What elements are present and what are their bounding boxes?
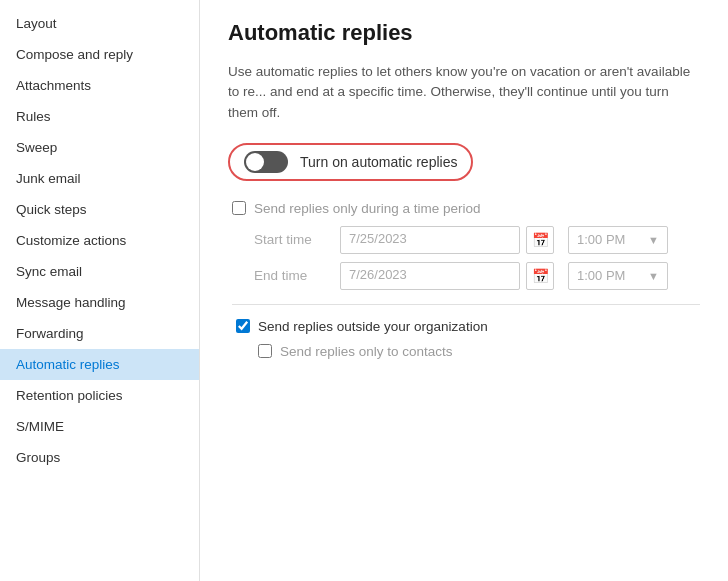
page-title: Automatic replies — [228, 20, 700, 46]
options-section: Send replies only during a time period S… — [232, 201, 700, 359]
sidebar: LayoutCompose and replyAttachmentsRulesS… — [0, 0, 200, 581]
automatic-replies-toggle[interactable] — [244, 151, 288, 173]
calendar-icon: 📅 — [532, 232, 549, 248]
start-date-input[interactable]: 7/25/2023 — [340, 226, 520, 254]
start-date-calendar-icon[interactable]: 📅 — [526, 226, 554, 254]
sidebar-item-attachments[interactable]: Attachments — [0, 70, 199, 101]
end-time-select[interactable]: 1:00 PM ▼ — [568, 262, 668, 290]
end-time-chevron-icon: ▼ — [648, 270, 659, 282]
main-content: Automatic replies Use automatic replies … — [200, 0, 728, 581]
sidebar-item-forwarding[interactable]: Forwarding — [0, 318, 199, 349]
sidebar-item-sync-email[interactable]: Sync email — [0, 256, 199, 287]
sidebar-item-compose-and-reply[interactable]: Compose and reply — [0, 39, 199, 70]
sidebar-item-retention-policies[interactable]: Retention policies — [0, 380, 199, 411]
time-period-label: Send replies only during a time period — [254, 201, 481, 216]
sidebar-item-sweep[interactable]: Sweep — [0, 132, 199, 163]
turn-on-toggle-row[interactable]: Turn on automatic replies — [228, 143, 473, 181]
sidebar-item-smime[interactable]: S/MIME — [0, 411, 199, 442]
calendar-icon-end: 📅 — [532, 268, 549, 284]
sidebar-item-message-handling[interactable]: Message handling — [0, 287, 199, 318]
outside-org-checkbox[interactable] — [236, 319, 250, 333]
description: Use automatic replies to let others know… — [228, 62, 700, 123]
org-section: Send replies outside your organization S… — [236, 319, 700, 359]
end-time-label: End time — [254, 268, 334, 283]
time-period-checkbox[interactable] — [232, 201, 246, 215]
contacts-only-label: Send replies only to contacts — [280, 344, 453, 359]
outside-org-row: Send replies outside your organization — [236, 319, 700, 334]
start-time-select[interactable]: 1:00 PM ▼ — [568, 226, 668, 254]
sidebar-item-quick-steps[interactable]: Quick steps — [0, 194, 199, 225]
sidebar-item-customize-actions[interactable]: Customize actions — [0, 225, 199, 256]
toggle-label: Turn on automatic replies — [300, 154, 457, 170]
end-date-input[interactable]: 7/26/2023 — [340, 262, 520, 290]
contacts-only-checkbox[interactable] — [258, 344, 272, 358]
contacts-only-row: Send replies only to contacts — [258, 344, 700, 359]
time-period-row: Send replies only during a time period — [232, 201, 700, 216]
outside-org-label: Send replies outside your organization — [258, 319, 488, 334]
sidebar-item-groups[interactable]: Groups — [0, 442, 199, 473]
sidebar-item-layout[interactable]: Layout — [0, 8, 199, 39]
divider — [232, 304, 700, 305]
start-time-label: Start time — [254, 232, 334, 247]
sidebar-item-rules[interactable]: Rules — [0, 101, 199, 132]
end-date-calendar-icon[interactable]: 📅 — [526, 262, 554, 290]
sidebar-item-automatic-replies[interactable]: Automatic replies — [0, 349, 199, 380]
sidebar-item-junk-email[interactable]: Junk email — [0, 163, 199, 194]
end-time-row: End time 7/26/2023 📅 1:00 PM ▼ — [254, 262, 700, 290]
start-time-chevron-icon: ▼ — [648, 234, 659, 246]
start-time-row: Start time 7/25/2023 📅 1:00 PM ▼ — [254, 226, 700, 254]
